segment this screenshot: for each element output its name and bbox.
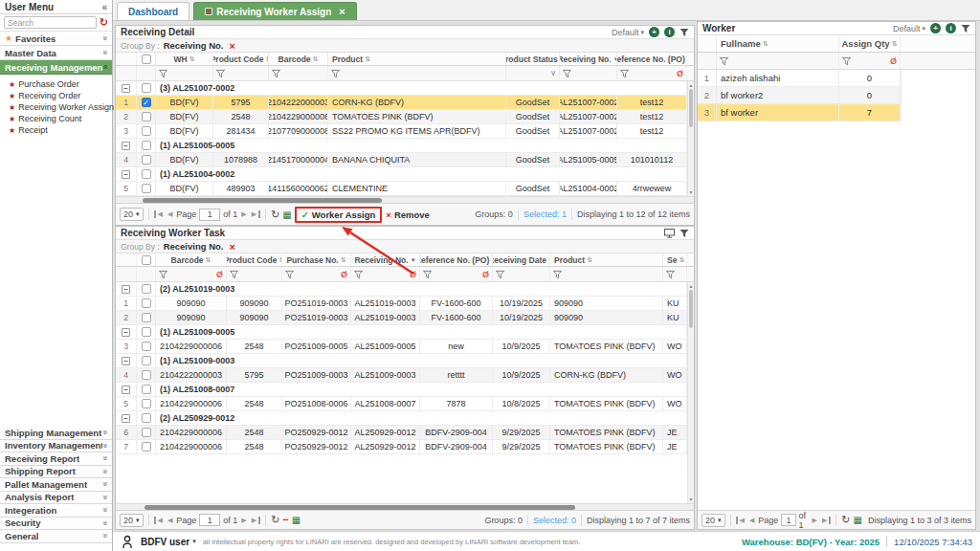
group-checkbox-cell[interactable] <box>137 282 156 296</box>
refresh-icon[interactable]: ↻ <box>841 515 850 525</box>
column-header-fullname[interactable]: Fullname⇅ <box>717 35 839 52</box>
group-row[interactable]: −(3) AL251007-0002 <box>116 81 694 96</box>
group-checkbox[interactable] <box>142 385 151 394</box>
table-row[interactable]: 3BD(FV)2814342107709000008SS22 PROMO KG … <box>116 124 694 139</box>
collapse-icon[interactable]: − <box>122 285 130 294</box>
table-row[interactable]: 521042290000062548PO251008-0006AL251008-… <box>116 397 694 411</box>
last-page-button[interactable]: ▶ <box>251 517 260 524</box>
sidebar-item-receiving-count[interactable]: ★ Receiving Count <box>9 113 112 124</box>
scroll-up-icon[interactable]: ▲ <box>688 283 694 289</box>
group-checkbox[interactable] <box>142 356 151 365</box>
clear-filter-icon[interactable]: Ø <box>341 270 347 279</box>
search-input[interactable] <box>4 16 97 29</box>
add-button[interactable]: + <box>649 27 659 37</box>
table-row[interactable]: 1✓BD(FV)57952104222000003CORN-KG (BDFV)G… <box>116 96 694 110</box>
filter-icon[interactable] <box>679 229 689 238</box>
prev-page-button[interactable]: ◀ <box>167 210 173 218</box>
filter-funnel-icon[interactable] <box>159 270 167 279</box>
prev-page-button[interactable]: ◀ <box>167 517 173 524</box>
collapse-icon[interactable]: − <box>122 414 130 423</box>
sidebar-item-receiving-order[interactable]: ★ Receiving Order <box>9 90 112 101</box>
filter-funnel-icon[interactable] <box>331 69 340 78</box>
sidebar-section-pallet-management[interactable]: Pallet Management » <box>0 478 112 492</box>
info-button[interactable]: i <box>664 27 675 37</box>
group-collapse-cell[interactable]: − <box>116 325 137 339</box>
filter-funnel-icon[interactable] <box>354 270 363 279</box>
group-checkbox-cell[interactable] <box>137 167 156 181</box>
group-checkbox-cell[interactable] <box>137 81 156 95</box>
table-row[interactable]: 621042290000062548PO250929-0012AL250929-… <box>116 426 694 440</box>
select-all-cell[interactable] <box>137 253 156 266</box>
column-header-product-code[interactable]: Product Code⇅ <box>213 53 269 65</box>
remove-grouping-icon[interactable]: × <box>229 242 234 252</box>
tab-receiving-worker-assign[interactable]: Receiving Worker Assign × <box>193 2 356 20</box>
collapse-icon[interactable]: − <box>122 328 130 337</box>
filter-funnel-icon[interactable] <box>553 270 562 279</box>
table-row[interactable]: 3bf worker7 <box>698 104 902 121</box>
clear-filter-icon[interactable]: Ø <box>677 69 683 78</box>
filter-funnel-icon[interactable] <box>285 270 294 279</box>
clear-filter-icon[interactable]: Ø <box>410 270 416 279</box>
group-collapse-cell[interactable]: − <box>116 167 137 181</box>
filter-dropdown-icon[interactable]: ∨ <box>550 69 556 77</box>
sidebar-section-shipping-report[interactable]: Shipping Report » <box>0 466 112 479</box>
group-checkbox-cell[interactable] <box>137 139 156 152</box>
row-checkbox[interactable]: ✓ <box>142 98 151 107</box>
next-page-button[interactable]: ▶ <box>811 517 817 524</box>
filter-funnel-icon[interactable] <box>159 69 167 78</box>
sidebar-section-security[interactable]: Security » <box>0 518 112 531</box>
group-checkbox[interactable] <box>142 413 151 423</box>
group-checkbox[interactable] <box>142 327 151 337</box>
tab-dashboard[interactable]: Dashboard <box>117 2 189 20</box>
refresh-icon[interactable]: ↻ <box>271 209 279 220</box>
group-row[interactable]: −(1) AL251005-0005 <box>116 139 694 153</box>
column-header-receiving-no[interactable]: Receiving No.▼ <box>560 53 617 65</box>
row-checkbox-cell[interactable] <box>137 340 156 353</box>
filter-funnel-icon[interactable] <box>272 69 280 78</box>
group-row[interactable]: −(2) AL251019-0003 <box>116 282 694 297</box>
sidebar-item-receiving-worker-assign[interactable]: ★ Receiving Worker Assign <box>9 101 112 113</box>
group-checkbox-cell[interactable] <box>137 411 156 425</box>
horizontal-scrollbar[interactable] <box>116 503 694 510</box>
sidebar-section-general[interactable]: General » <box>0 530 112 543</box>
table-row[interactable]: 5BD(FV)489903214115600000621CLEMENTINEGo… <box>116 182 694 196</box>
filter-funnel-icon[interactable] <box>423 270 432 279</box>
search-clear-icon[interactable]: ↻ <box>100 17 108 28</box>
sidebar-item-receipt[interactable]: ★ Receipt <box>9 124 112 136</box>
filter-funnel-icon[interactable] <box>620 69 629 78</box>
filter-funnel-icon[interactable] <box>216 69 225 78</box>
collapse-icon[interactable]: − <box>122 386 130 394</box>
row-checkbox-cell[interactable]: ✓ <box>137 96 156 109</box>
clear-filter-icon[interactable]: Ø <box>890 56 897 66</box>
sidebar-section-receiving-management[interactable]: Receiving Management » <box>0 60 112 75</box>
table-row[interactable]: 1azizeh alishahi0 <box>698 70 902 87</box>
filter-funnel-icon[interactable] <box>230 270 238 279</box>
first-page-button[interactable]: ◀ <box>736 517 746 524</box>
info-button[interactable]: i <box>946 23 956 33</box>
next-page-button[interactable]: ▶ <box>240 210 247 218</box>
row-checkbox-cell[interactable] <box>137 182 156 195</box>
group-checkbox-cell[interactable] <box>137 325 156 339</box>
excel-export-icon[interactable]: ▦ <box>282 209 291 220</box>
filter-funnel-icon[interactable] <box>496 270 504 279</box>
add-button[interactable]: + <box>930 23 941 33</box>
column-header-assign-qty[interactable]: Assign Qty⇅ <box>839 35 901 52</box>
first-page-button[interactable]: ◀ <box>154 517 164 524</box>
column-header-product[interactable]: Product⇅ <box>328 53 506 65</box>
sidebar-section-inventory-management[interactable]: Inventory Management » <box>0 440 112 453</box>
next-page-button[interactable]: ▶ <box>240 517 247 524</box>
row-checkbox[interactable] <box>142 428 151 437</box>
scrollbar-thumb[interactable] <box>689 89 693 127</box>
filter-icon[interactable] <box>679 28 689 37</box>
row-checkbox[interactable] <box>142 399 151 408</box>
sidebar-section-receiving-report[interactable]: Receiving Report » <box>0 452 112 466</box>
collapse-icon[interactable]: − <box>122 357 130 365</box>
sidebar-section-integeration[interactable]: Integeration » <box>0 504 112 518</box>
sidebar-section-analysis-report[interactable]: Analysis Report » <box>0 492 112 505</box>
column-header-purchase-no[interactable]: Purchase No.⇅ <box>282 253 351 266</box>
table-row[interactable]: 2BD(FV)25482104229000006TOMATOES PINK (B… <box>116 110 694 124</box>
remove-row-icon[interactable]: − <box>282 515 288 525</box>
row-checkbox-cell[interactable] <box>137 397 156 410</box>
refresh-icon[interactable]: ↻ <box>271 515 279 525</box>
close-tab-icon[interactable]: × <box>339 7 345 16</box>
